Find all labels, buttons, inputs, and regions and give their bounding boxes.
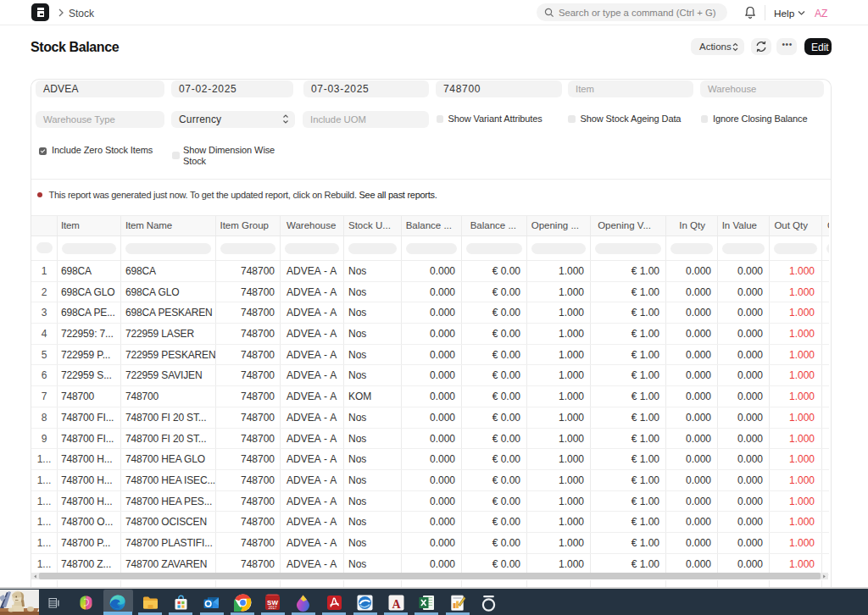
svg-text:2017: 2017 bbox=[268, 606, 277, 610]
svg-text:A: A bbox=[392, 598, 401, 611]
